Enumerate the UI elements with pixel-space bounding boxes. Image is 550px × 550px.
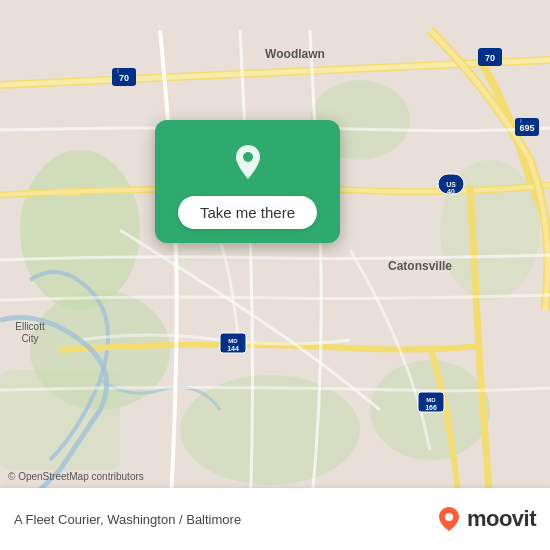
svg-text:70: 70 bbox=[119, 73, 129, 83]
map-background: 70 I 70 US 40 US 40 MD 144 MD 166 695 I … bbox=[0, 0, 550, 550]
svg-text:70: 70 bbox=[485, 53, 495, 63]
app-info-text: A Fleet Courier, Washington / Baltimore bbox=[14, 512, 435, 527]
svg-text:Woodlawn: Woodlawn bbox=[265, 47, 325, 61]
svg-point-32 bbox=[243, 152, 253, 162]
osm-attribution: © OpenStreetMap contributors bbox=[8, 471, 144, 482]
svg-text:Ellicott: Ellicott bbox=[15, 321, 45, 332]
moovit-brand-text: moovit bbox=[467, 506, 536, 532]
svg-text:144: 144 bbox=[227, 345, 239, 352]
take-me-there-button[interactable]: Take me there bbox=[178, 196, 317, 229]
svg-text:Catonsville: Catonsville bbox=[388, 259, 452, 273]
svg-text:City: City bbox=[21, 333, 38, 344]
svg-text:I: I bbox=[520, 118, 521, 124]
svg-point-33 bbox=[445, 513, 453, 521]
location-pin-icon bbox=[227, 141, 269, 183]
svg-rect-7 bbox=[0, 370, 120, 470]
svg-text:I: I bbox=[117, 68, 118, 74]
svg-text:695: 695 bbox=[519, 123, 534, 133]
svg-text:40: 40 bbox=[447, 188, 455, 195]
svg-text:US: US bbox=[446, 181, 456, 188]
bottom-bar: A Fleet Courier, Washington / Baltimore … bbox=[0, 488, 550, 550]
moovit-logo: moovit bbox=[435, 505, 536, 533]
pin-icon-container bbox=[224, 138, 272, 186]
location-card[interactable]: Take me there bbox=[155, 120, 340, 243]
svg-text:MD: MD bbox=[426, 397, 436, 403]
svg-text:MD: MD bbox=[228, 338, 238, 344]
svg-point-3 bbox=[180, 375, 360, 485]
svg-text:166: 166 bbox=[425, 404, 437, 411]
moovit-pin-icon bbox=[435, 505, 463, 533]
map-container: 70 I 70 US 40 US 40 MD 144 MD 166 695 I … bbox=[0, 0, 550, 550]
